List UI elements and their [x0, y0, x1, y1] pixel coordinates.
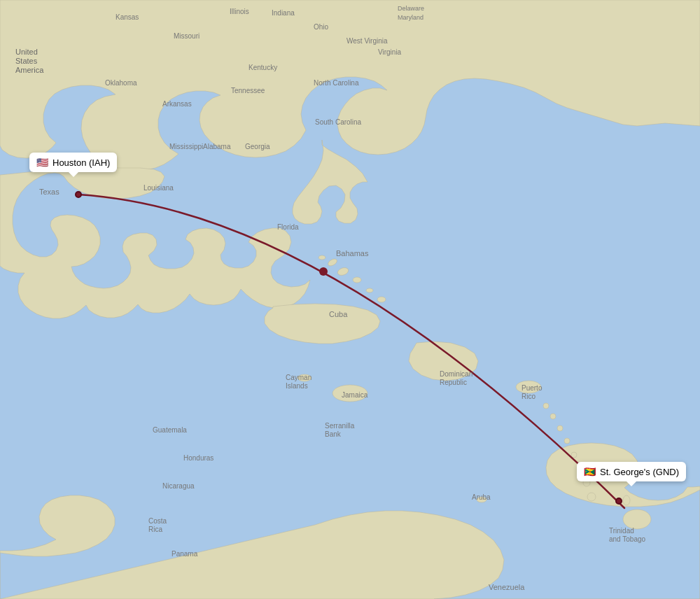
- svg-text:Mississippi: Mississippi: [169, 143, 203, 150]
- svg-text:Indiana: Indiana: [272, 9, 295, 17]
- svg-text:Honduras: Honduras: [183, 454, 214, 462]
- houston-text: Houston (IAH): [52, 157, 110, 168]
- svg-text:Aruba: Aruba: [472, 493, 491, 501]
- svg-point-21: [366, 288, 373, 293]
- svg-text:Nicaragua: Nicaragua: [162, 482, 195, 490]
- svg-point-18: [587, 493, 596, 501]
- svg-text:Dominican: Dominican: [440, 370, 472, 378]
- svg-text:Bahamas: Bahamas: [336, 249, 369, 258]
- svg-point-12: [550, 414, 556, 419]
- svg-text:Panama: Panama: [172, 550, 198, 558]
- svg-text:States: States: [15, 57, 38, 65]
- svg-text:Oklahoma: Oklahoma: [105, 79, 137, 87]
- svg-text:Rico: Rico: [522, 393, 536, 400]
- svg-text:Rica: Rica: [148, 526, 162, 533]
- svg-text:Jamaica: Jamaica: [342, 391, 368, 399]
- svg-point-9: [623, 509, 651, 529]
- svg-text:America: America: [15, 66, 44, 74]
- svg-point-10: [623, 495, 630, 505]
- svg-text:Puerto: Puerto: [522, 384, 542, 392]
- svg-point-11: [543, 403, 549, 409]
- svg-text:and Tobago: and Tobago: [609, 535, 646, 543]
- svg-text:Republic: Republic: [440, 379, 467, 386]
- svg-point-24: [318, 255, 326, 260]
- svg-text:Delaware: Delaware: [398, 5, 424, 12]
- svg-text:Serranilla: Serranilla: [325, 422, 355, 430]
- svg-text:Kentucky: Kentucky: [248, 64, 277, 71]
- svg-text:Arkansas: Arkansas: [162, 100, 192, 108]
- svg-text:West Virginia: West Virginia: [346, 37, 388, 45]
- svg-text:Cuba: Cuba: [329, 310, 348, 318]
- svg-text:North Carolina: North Carolina: [314, 79, 359, 87]
- svg-text:Alabama: Alabama: [203, 143, 231, 150]
- stgeorges-label: 🇬🇩 St. George's (GND): [577, 462, 686, 481]
- svg-point-27: [319, 267, 328, 276]
- svg-text:Tennessee: Tennessee: [231, 87, 265, 94]
- map-container: United States America Kansas Missouri Il…: [0, 0, 700, 599]
- stgeorges-text: St. George's (GND): [600, 467, 679, 477]
- svg-text:South Carolina: South Carolina: [315, 118, 362, 126]
- svg-text:Kansas: Kansas: [115, 13, 139, 21]
- svg-text:Virginia: Virginia: [378, 48, 402, 56]
- map-svg: United States America Kansas Missouri Il…: [0, 0, 700, 599]
- svg-text:Illinois: Illinois: [230, 8, 249, 15]
- svg-text:Missouri: Missouri: [174, 32, 200, 40]
- svg-text:Ohio: Ohio: [314, 23, 329, 31]
- svg-text:Cayman: Cayman: [286, 374, 312, 381]
- svg-text:Costa: Costa: [148, 517, 167, 525]
- svg-text:United: United: [15, 48, 38, 56]
- svg-text:Venezuela: Venezuela: [489, 583, 525, 591]
- svg-text:Florida: Florida: [277, 223, 299, 231]
- us-flag: 🇺🇸: [36, 157, 48, 168]
- svg-point-22: [377, 297, 386, 302]
- svg-text:Trinidad: Trinidad: [609, 527, 634, 535]
- houston-dot: [75, 191, 82, 198]
- svg-text:Islands: Islands: [286, 382, 308, 390]
- stgeorges-dot: [615, 498, 622, 505]
- svg-text:Louisiana: Louisiana: [144, 184, 174, 192]
- svg-point-13: [557, 425, 563, 431]
- houston-label: 🇺🇸 Houston (IAH): [29, 153, 117, 172]
- svg-text:Texas: Texas: [39, 188, 59, 196]
- svg-text:Maryland: Maryland: [398, 14, 424, 21]
- svg-point-14: [564, 438, 570, 444]
- svg-point-20: [353, 277, 361, 283]
- svg-text:Guatemala: Guatemala: [153, 426, 187, 434]
- grenada-flag: 🇬🇩: [584, 466, 596, 477]
- svg-text:Georgia: Georgia: [245, 143, 270, 150]
- svg-text:Bank: Bank: [325, 430, 342, 438]
